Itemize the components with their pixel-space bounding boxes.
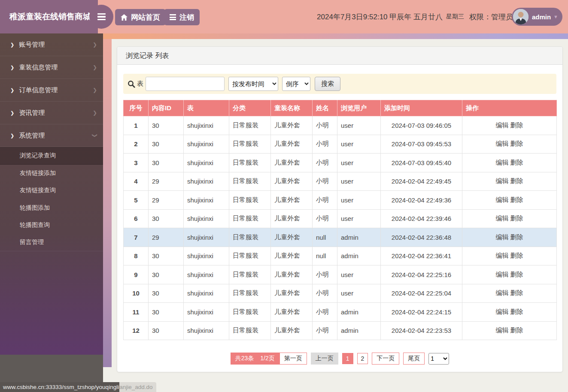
cell-item-name: 儿童外套 [271, 303, 313, 322]
edit-link[interactable]: 编辑 [496, 326, 509, 334]
sidebar-subitem-message-manage[interactable]: 留言管理 [0, 234, 103, 252]
edit-link[interactable]: 编辑 [496, 233, 509, 241]
cell-ops: 编辑删除 [462, 191, 557, 210]
sidebar-subitem-carousel-query[interactable]: 轮播图查询 [0, 217, 103, 234]
logout-button[interactable]: 注销 [164, 9, 200, 25]
prev-page-button[interactable]: 上一页 [311, 353, 338, 365]
sort-order-select[interactable]: 倒序 [282, 77, 310, 91]
sidebar-item-clothing-info[interactable]: ❯ 童装信息管理 ❯ [0, 56, 103, 79]
table-row: 10 30 shujixinxi 日常服装 儿童外套 小明 user 2024-… [124, 284, 557, 303]
delete-link[interactable]: 删除 [510, 121, 523, 129]
edit-link[interactable]: 编辑 [496, 121, 509, 129]
delete-link[interactable]: 删除 [510, 271, 523, 278]
sidebar-subitem-carousel-add[interactable]: 轮播图添加 [0, 199, 103, 217]
sidebar-item-orders[interactable]: ❯ 订单信息管理 ❯ [0, 79, 103, 102]
cell-table: shujixinxi [184, 247, 229, 265]
delete-link[interactable]: 删除 [510, 159, 523, 166]
delete-link[interactable]: 删除 [510, 214, 523, 222]
edit-link[interactable]: 编辑 [496, 308, 509, 315]
edit-link[interactable]: 编辑 [496, 214, 509, 222]
sort-field-select[interactable]: 按发布时间 [228, 77, 278, 91]
cell-add-time: 2024-02-04 22:49:36 [381, 191, 462, 210]
cell-item-name: 儿童外套 [271, 265, 313, 284]
edit-link[interactable]: 编辑 [496, 271, 509, 278]
sidebar-item-label: 童装信息管理 [19, 63, 58, 72]
cell-table: shujixinxi [184, 265, 229, 284]
delete-link[interactable]: 删除 [510, 196, 523, 203]
page-indicator: 1/2页 [260, 355, 274, 362]
cell-content-id: 30 [149, 154, 184, 172]
col-header-add-time: 添加时间 [381, 100, 462, 116]
search-input[interactable] [146, 77, 225, 91]
total-count: 共23条 [235, 355, 254, 362]
search-button[interactable]: 搜索 [315, 77, 340, 91]
edit-link[interactable]: 编辑 [496, 196, 509, 203]
cell-content-id: 30 [149, 116, 184, 135]
cell-browse-user: admin [337, 247, 381, 265]
status-url-main: www.csbishe.cn:33333/ssm_tzshop/youqingl… [0, 382, 119, 392]
cell-name: 小明 [313, 135, 337, 154]
delete-link[interactable]: 删除 [510, 233, 523, 241]
sidebar-subitem-friendlink-query[interactable]: 友情链接查询 [0, 182, 103, 199]
first-page-button[interactable]: 第一页 [279, 353, 307, 365]
sidebar-subitem-browse-history[interactable]: 浏览记录查询 [0, 147, 103, 165]
cell-add-time: 2024-02-04 22:36:48 [381, 228, 462, 247]
cell-ops: 编辑删除 [462, 321, 557, 340]
cell-item-name: 儿童外套 [271, 116, 313, 135]
sidebar-item-news[interactable]: ❯ 资讯管理 ❯ [0, 102, 103, 124]
delete-link[interactable]: 删除 [510, 252, 523, 259]
sidebar-item-account[interactable]: ❯ 账号管理 ❯ [0, 33, 103, 56]
page-number-2[interactable]: 2 [357, 353, 368, 364]
sidebar-item-system[interactable]: ❯ 系统管理 ❯ [0, 124, 103, 147]
page-jump-select[interactable]: 1 [428, 353, 449, 365]
edit-link[interactable]: 编辑 [496, 289, 509, 296]
cell-browse-user: admin [337, 228, 381, 247]
user-menu[interactable]: admin ▼ [512, 8, 562, 26]
chevron-right-icon: ❯ [93, 64, 97, 70]
cell-add-time: 2024-02-04 22:49:45 [381, 172, 462, 191]
cell-category: 日常服装 [229, 172, 271, 191]
cell-no: 10 [124, 284, 149, 303]
cell-no: 1 [124, 116, 149, 135]
edit-link[interactable]: 编辑 [496, 159, 509, 166]
cell-category: 日常服装 [229, 321, 271, 340]
next-page-button[interactable]: 下一页 [372, 353, 399, 365]
home-button-label: 网站首页 [131, 12, 160, 22]
col-header-category: 分类 [229, 100, 271, 116]
delete-link[interactable]: 删除 [510, 308, 523, 315]
cell-item-name: 儿童外套 [271, 209, 313, 228]
search-icon [128, 80, 135, 88]
cell-name: null [313, 228, 337, 247]
delete-link[interactable]: 删除 [510, 177, 523, 184]
list-icon [170, 14, 176, 20]
sidebar-subitem-label: 轮播图查询 [20, 221, 50, 229]
cell-table: shujixinxi [184, 209, 229, 228]
cell-browse-user: user [337, 209, 381, 228]
sidebar-toggle-button[interactable] [89, 5, 113, 29]
header-info: 2024年7月3日9:52:10 甲辰年 五月廿八 星期三 权限：管理员 [317, 0, 513, 33]
delete-link[interactable]: 删除 [510, 326, 523, 334]
last-page-button[interactable]: 尾页 [403, 353, 425, 365]
page-number-1[interactable]: 1 [342, 353, 353, 364]
delete-link[interactable]: 删除 [510, 289, 523, 296]
home-button[interactable]: 网站首页 [115, 9, 166, 25]
edit-link[interactable]: 编辑 [496, 252, 509, 259]
edit-link[interactable]: 编辑 [496, 177, 509, 184]
sidebar-subitem-friendlink-add[interactable]: 友情链接添加 [0, 165, 103, 182]
edit-link[interactable]: 编辑 [496, 140, 509, 147]
cell-item-name: 儿童外套 [271, 191, 313, 210]
cell-name: 小明 [313, 191, 337, 210]
delete-link[interactable]: 删除 [510, 140, 523, 147]
cell-ops: 编辑删除 [462, 284, 557, 303]
gradient-strip-side [103, 39, 112, 367]
pagination: 共23条 1/2页 第一页 上一页 1 2 下一页 尾页 1 [117, 353, 562, 365]
permission-text: 权限：管理员 [469, 12, 513, 22]
col-header-ops: 操作 [462, 100, 557, 116]
cell-category: 日常服装 [229, 265, 271, 284]
cell-browse-user: user [337, 154, 381, 172]
cell-name: 小明 [313, 172, 337, 191]
cell-no: 12 [124, 321, 149, 340]
cell-browse-user: user [337, 135, 381, 154]
sidebar-subitem-label: 浏览记录查询 [20, 152, 56, 160]
cell-no: 5 [124, 191, 149, 210]
